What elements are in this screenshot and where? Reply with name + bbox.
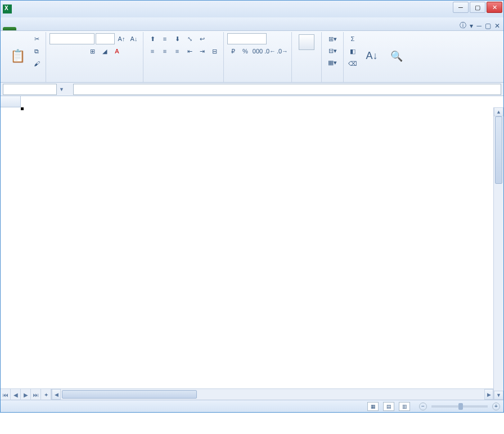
sheet-nav-buttons: ⏮ ◀ ▶ ⏭ [1, 389, 41, 400]
doc-minimize-icon[interactable]: ─ [476, 22, 482, 30]
ribbon-group-clipboard: 📋 ✂ ⧉ 🖌 [3, 32, 46, 82]
status-bar: ▦ ▤ ▥ − + [1, 400, 503, 412]
decrease-decimal-button[interactable]: .0→ [277, 46, 288, 57]
quick-access-toolbar [15, 3, 67, 15]
sheet-next-button[interactable]: ▶ [21, 389, 31, 400]
spreadsheet-grid: ▲ ▼ ⏮ ◀ ▶ ⏭ ✦ ◀ ▶ [1, 96, 503, 400]
sheet-first-button[interactable]: ⏮ [1, 389, 11, 400]
undo-button[interactable] [29, 3, 40, 15]
scroll-up-arrow-icon[interactable]: ▲ [494, 107, 503, 116]
window-controls: ─ ▢ ✕ [453, 2, 502, 13]
align-right-button[interactable]: ≡ [172, 46, 183, 57]
cut-button[interactable]: ✂ [31, 33, 42, 44]
ribbon-group-font: A↑ A↓ ⊞ ◢ A [46, 32, 143, 82]
underline-button[interactable] [74, 46, 86, 57]
save-button[interactable] [15, 3, 26, 15]
name-box-dropdown-icon[interactable]: ▼ [59, 87, 64, 92]
zoom-in-button[interactable]: + [492, 403, 500, 410]
decrease-indent-button[interactable]: ⇤ [184, 46, 195, 57]
currency-button[interactable]: ₽ [227, 46, 238, 57]
increase-font-button[interactable]: A↑ [116, 33, 127, 44]
sort-icon: A↓ [363, 47, 381, 65]
delete-cells-button[interactable]: ⊟ ▾ [325, 45, 340, 56]
redo-button[interactable] [42, 3, 53, 15]
ribbon-tabs: ⓘ ▾ ─ ▢ ✕ [1, 17, 503, 31]
styles-group-label [295, 80, 318, 81]
format-cells-button[interactable]: ▦ ▾ [325, 57, 340, 68]
ribbon-group-editing: Σ ◧ ⌫ A↓ 🔍 [344, 32, 411, 82]
clipboard-group-label [6, 80, 42, 81]
formula-bar: ▼ [1, 83, 503, 96]
merge-button[interactable]: ⊟ [209, 46, 220, 57]
comma-button[interactable]: 000 [252, 46, 263, 57]
fill-color-button[interactable]: ◢ [99, 46, 110, 57]
alignment-group-label [147, 80, 220, 81]
scroll-down-arrow-icon[interactable]: ▼ [494, 391, 503, 400]
clear-button[interactable]: ⌫ [347, 58, 358, 69]
italic-button[interactable] [62, 46, 73, 57]
normal-view-button[interactable]: ▦ [367, 402, 379, 411]
align-center-button[interactable]: ≡ [159, 46, 170, 57]
qat-more-icon[interactable] [56, 3, 67, 15]
ribbon-group-cells: ⊞ ▾ ⊟ ▾ ▦ ▾ [322, 32, 344, 82]
orientation-button[interactable]: ⤡ [184, 33, 195, 44]
vertical-scrollbar[interactable]: ▲ ▼ [493, 107, 503, 400]
doc-restore-icon[interactable]: ▢ [485, 22, 491, 30]
scroll-right-arrow-icon[interactable]: ▶ [484, 389, 493, 400]
align-middle-button[interactable]: ≡ [159, 33, 170, 44]
titlebar: ─ ▢ ✕ [1, 1, 503, 17]
paste-button[interactable]: 📋 [6, 33, 29, 80]
page-layout-view-button[interactable]: ▤ [383, 402, 394, 411]
formula-input[interactable] [73, 84, 501, 95]
increase-indent-button[interactable]: ⇥ [196, 46, 208, 57]
align-left-button[interactable]: ≡ [147, 46, 158, 57]
ribbon-group-number: ₽ % 000 .0← .0→ [224, 32, 292, 82]
font-name-select[interactable] [50, 33, 94, 44]
increase-decimal-button[interactable]: .0← [264, 46, 276, 57]
percent-button[interactable]: % [240, 46, 251, 57]
tab-right-controls: ⓘ ▾ ─ ▢ ✕ [460, 21, 500, 30]
autosum-button[interactable]: Σ [347, 33, 358, 44]
font-size-select[interactable] [96, 33, 115, 44]
sheet-last-button[interactable]: ⏭ [31, 389, 41, 400]
format-painter-button[interactable]: 🖌 [31, 58, 42, 69]
page-break-view-button[interactable]: ▥ [399, 402, 410, 411]
minimize-button[interactable]: ─ [453, 2, 469, 13]
fill-button[interactable]: ◧ [347, 46, 358, 57]
decrease-font-button[interactable]: A↓ [128, 33, 140, 44]
close-button[interactable]: ✕ [487, 2, 502, 13]
scroll-left-arrow-icon[interactable]: ◀ [52, 389, 61, 400]
align-top-button[interactable]: ⬆ [147, 33, 158, 44]
horizontal-scroll-thumb[interactable] [62, 390, 197, 399]
name-box[interactable] [3, 84, 57, 95]
font-color-button[interactable]: A [111, 46, 123, 57]
selection-indicator [21, 107, 23, 110]
doc-close-icon[interactable]: ✕ [494, 22, 500, 30]
file-tab[interactable] [3, 27, 16, 30]
styles-button[interactable] [295, 33, 318, 80]
wrap-text-button[interactable]: ↩ [196, 33, 208, 44]
maximize-button[interactable]: ▢ [470, 2, 485, 13]
new-sheet-button[interactable]: ✦ [41, 389, 51, 400]
find-select-button[interactable]: 🔍 [385, 33, 408, 80]
excel-icon [3, 4, 12, 13]
ribbon-group-alignment: ⬆ ≡ ⬇ ⤡ ↩ ≡ ≡ ≡ ⇤ ⇥ ⊟ [143, 32, 224, 82]
insert-cells-button[interactable]: ⊞ ▾ [325, 33, 340, 44]
align-bottom-button[interactable]: ⬇ [172, 33, 183, 44]
ribbon-group-styles [292, 32, 322, 82]
bold-button[interactable] [50, 46, 61, 57]
border-button[interactable]: ⊞ [87, 46, 98, 57]
zoom-out-button[interactable]: − [419, 403, 427, 410]
minimize-ribbon-icon[interactable]: ▾ [470, 22, 473, 30]
select-all-corner[interactable] [1, 96, 21, 107]
app-window: ─ ▢ ✕ ⓘ ▾ ─ ▢ ✕ 📋 ✂ ⧉ [0, 0, 504, 413]
sort-filter-button[interactable]: A↓ [361, 33, 383, 80]
number-format-select[interactable] [227, 33, 267, 44]
sheet-prev-button[interactable]: ◀ [11, 389, 21, 400]
vertical-scroll-thumb[interactable] [495, 116, 502, 184]
zoom-slider[interactable] [431, 405, 488, 408]
copy-button[interactable]: ⧉ [31, 46, 42, 57]
column-headers [21, 96, 503, 107]
help-icon[interactable]: ⓘ [460, 21, 466, 30]
horizontal-scrollbar[interactable]: ◀ ▶ [51, 389, 493, 400]
